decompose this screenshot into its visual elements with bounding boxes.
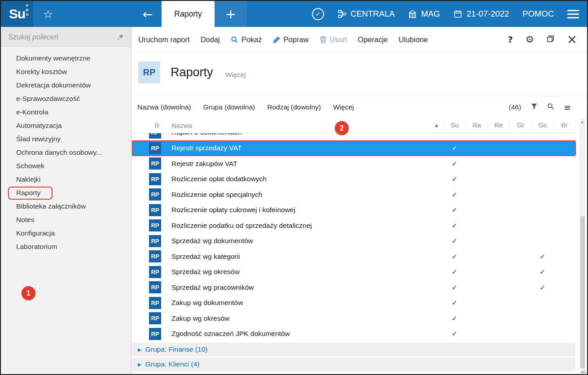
report-name: Sprzedaż wg pracowników	[168, 283, 443, 292]
column-header-ra[interactable]: Ra	[465, 120, 487, 130]
sidebar-item-korekty-koszt-w[interactable]: Korekty kosztów	[1, 65, 131, 78]
table-row-rozliczenie-op-at-specjalnych[interactable]: RPRozliczenie opłat specjalnych✓	[132, 187, 575, 203]
sidebar-item-dekretacja-dokument-w[interactable]: Dekretacja dokumentów	[1, 78, 131, 92]
type-cell: RP	[132, 142, 168, 154]
column-header-gs[interactable]: Gs	[531, 120, 553, 130]
command-search-input[interactable]: Szukaj poleceń	[1, 27, 131, 47]
table-row-rozliczenie-op-aty-cukrowej-i-kofeinowej[interactable]: RPRozliczenie opłaty cukrowej i kofeinow…	[132, 202, 575, 218]
popraw-button[interactable]: Popraw	[268, 35, 314, 44]
main-menu-icon[interactable]	[567, 10, 579, 18]
usu-button[interactable]: Usuń	[314, 35, 353, 44]
table-row-rozliczenie-op-at-dodatkowych[interactable]: RPRozliczenie opłat dodatkowych✓	[132, 171, 575, 187]
uruchom-raport-button[interactable]: Uruchom raport	[133, 35, 195, 44]
sidebar-item-schowek[interactable]: Schowek	[1, 159, 131, 173]
table-row-sprzeda-wg-kategorii[interactable]: RPSprzedaż wg kategorii✓✓	[132, 249, 575, 265]
annotation-badge-1: 1	[22, 286, 35, 300]
poka-button[interactable]: Pokaż	[225, 35, 268, 44]
filter-grupa-dowolna[interactable]: Grupa (dowolna)	[203, 103, 255, 111]
report-name: Raport o dokumentach	[168, 133, 443, 136]
filter-rodzaj-dowolny[interactable]: Rodzaj (dowolny)	[267, 103, 321, 111]
search-icon[interactable]	[547, 103, 554, 112]
company-selector[interactable]: CENTRALA	[338, 9, 395, 19]
help-icon[interactable]: ?	[508, 34, 513, 45]
settings-gear-icon[interactable]: ⚙	[526, 34, 534, 45]
ulubione-button[interactable]: Ulubione	[393, 35, 433, 44]
column-header-gr[interactable]: Gr	[509, 120, 531, 130]
restore-window-icon[interactable]	[547, 35, 554, 44]
more-link[interactable]: Więcej	[226, 71, 246, 78]
column-header-br[interactable]: Br	[553, 120, 575, 130]
filter-right: (46) ≡	[509, 102, 582, 112]
check-icon: ✓	[452, 191, 457, 199]
column-header-re[interactable]: Re	[487, 120, 509, 130]
back-arrow-icon[interactable]: ←	[142, 7, 153, 21]
table-row-sprzeda-wg-dokument-w[interactable]: RPSprzedaż wg dokumentów✓	[132, 233, 575, 249]
tab-raporty[interactable]: Raporty	[162, 1, 215, 27]
dodaj-button[interactable]: Dodaj	[195, 35, 225, 44]
check-cell-su: ✓	[443, 268, 465, 276]
table-row-sprzeda-wg-pracownik-w[interactable]: RPSprzedaż wg pracowników✓✓	[132, 280, 575, 296]
close-icon[interactable]: ×	[567, 35, 577, 44]
date-selector[interactable]: 21-07-2022	[453, 9, 509, 19]
scroll-hint: +/-	[580, 369, 586, 375]
filter-items: Nazwa (dowolna)Grupa (dowolna)Rodzaj (do…	[137, 103, 366, 111]
table-row-zgodno-oznacze-jpk-dokument-w[interactable]: RPZgodność oznaczeń JPK dokumentów✓	[132, 326, 575, 342]
filter-wi-cej[interactable]: Więcej	[333, 103, 354, 111]
filter-nazwa-dowolna[interactable]: Nazwa (dowolna)	[137, 103, 191, 111]
favorites-star-icon[interactable]: ☆	[33, 1, 63, 27]
group-label: Grupa: Finanse (10)	[145, 345, 208, 353]
sidebar-item-lad-rewizyjny[interactable]: Ślad rewizyjny	[1, 132, 131, 146]
pin-icon[interactable]	[117, 34, 124, 40]
help-menu[interactable]: POMOC	[522, 9, 554, 19]
column-header-r[interactable]: R	[132, 122, 168, 129]
list-view-icon[interactable]: ≡	[564, 102, 571, 112]
report-name: Zakup wg dokumentów	[168, 299, 443, 307]
column-header-su[interactable]: Su	[443, 120, 465, 130]
sync-status-icon[interactable]: ✓	[312, 8, 324, 20]
report-name: Sprzedaż wg dokumentów	[168, 237, 443, 245]
expand-triangle-icon: ▶	[138, 362, 141, 367]
sidebar-item-naklejki[interactable]: Naklejki	[1, 173, 131, 186]
type-cell: RP	[132, 250, 168, 262]
sidebar-item-notes[interactable]: Notes	[1, 213, 131, 227]
search-icon	[231, 36, 238, 44]
sidebar-item-e-kontrola[interactable]: e-Kontrola	[1, 105, 131, 119]
group-row-grupa-finanse-10[interactable]: ▶Grupa: Finanse (10)	[132, 343, 575, 357]
app-logo[interactable]: Su PRO	[1, 1, 33, 27]
sort-asc-icon[interactable]: ▲	[435, 123, 438, 127]
vertical-scrollbar[interactable]: ▲	[579, 118, 585, 370]
sidebar-menu: HANDELMAGAZYNPOLITYKA CENOWAFINANSEROZLI…	[1, 47, 131, 253]
table-row-rejestr-sprzeda-y-vat[interactable]: RPRejestr sprzedaży VAT✓	[132, 140, 575, 156]
partially-scrolled-row: RPRaport o dokumentach	[132, 133, 575, 140]
sidebar-item-konfiguracja[interactable]: Konfiguracja	[1, 227, 131, 240]
sidebar-item-biblioteka-za-cznik-w[interactable]: Biblioteka załączników	[1, 200, 131, 213]
new-tab-button[interactable]: +	[215, 1, 247, 27]
check-icon: ✓	[452, 144, 457, 152]
filter-funnel-icon[interactable]	[531, 103, 538, 112]
sidebar-item-ochrona-danych-osobowy[interactable]: Ochrona danych osobowy...	[1, 146, 131, 159]
warehouse-selector[interactable]: MAG	[408, 9, 440, 19]
sidebar-item-e-sprawozdawczo[interactable]: e-Sprawozdawczość	[1, 92, 131, 105]
type-cell: RP	[132, 297, 168, 309]
sidebar-item-automatyzacja[interactable]: Automatyzacja	[1, 119, 131, 132]
table-row-rejestr-zakup-w-vat[interactable]: RPRejestr zakupów VAT✓	[132, 156, 575, 172]
group-row-grupa-klienci-4[interactable]: ▶Grupa: Klienci (4)	[132, 358, 575, 371]
scrollbar-thumb[interactable]	[580, 216, 585, 368]
button-label: Uruchom raport	[138, 35, 190, 44]
report-name: Rozliczenie opłaty cukrowej i kofeinowej	[168, 206, 443, 214]
table-row-sprzeda-wg-okres-w[interactable]: RPSprzedaż wg okresów✓✓	[132, 264, 575, 280]
sidebar-item-laboratorium[interactable]: Laboratorium	[1, 240, 131, 253]
sidebar-item-raporty[interactable]: Raporty	[1, 186, 131, 200]
sidebar-item-dokumenty-wewn-trzne[interactable]: Dokumenty wewnętrzne	[1, 52, 131, 65]
operacje-button[interactable]: Operacje	[352, 35, 393, 44]
table-row-raport-o-dokumentach[interactable]: RPRaport o dokumentach	[132, 133, 575, 140]
check-icon: ✓	[452, 222, 457, 230]
table-row-zakup-wg-okres-w[interactable]: RPZakup wg okresów✓	[132, 311, 575, 327]
column-header-nazwa[interactable]: Nazwa▲	[168, 122, 443, 129]
check-icon: ✓	[540, 253, 545, 261]
check-cell-su: ✓	[443, 144, 465, 152]
table-row-rozliczenie-podatku-od-sprzeda-y-detalicznej[interactable]: RPRozliczenie podatku od sprzedaży detal…	[132, 218, 575, 234]
scroll-up-icon[interactable]: ▲	[579, 120, 585, 124]
table-row-zakup-wg-dokument-w[interactable]: RPZakup wg dokumentów✓	[132, 295, 575, 311]
module-badge: RP	[138, 61, 160, 83]
